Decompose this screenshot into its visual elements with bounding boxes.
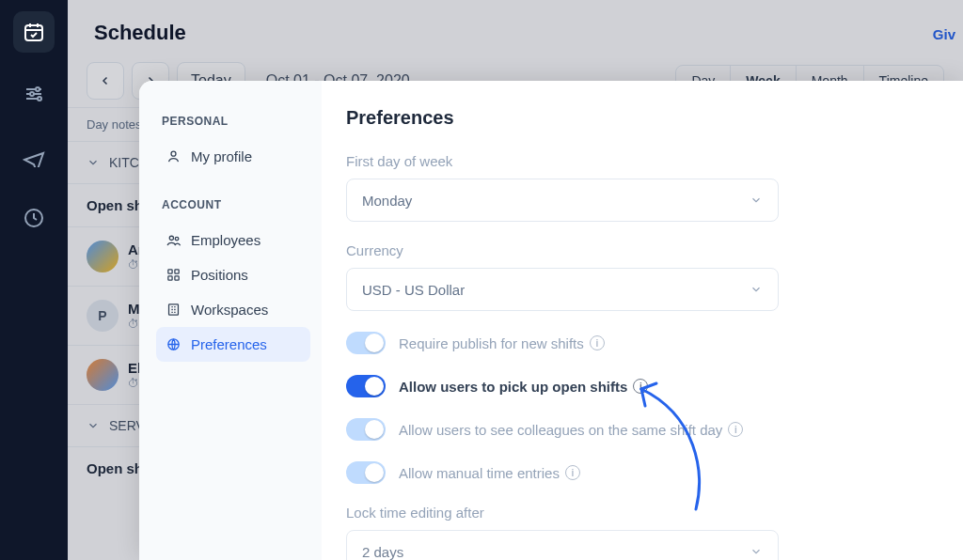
nav-rail	[0, 0, 68, 560]
building-icon	[166, 302, 182, 318]
airplane-icon	[23, 145, 45, 167]
page-title: Schedule	[68, 0, 963, 54]
prev-button[interactable]	[87, 62, 124, 100]
toggle-row-manual-time: Allow manual time entries i	[346, 461, 918, 484]
sidebar-section-personal: PERSONAL	[162, 115, 310, 128]
svg-point-1	[36, 87, 39, 91]
svg-point-5	[171, 151, 176, 156]
toggle-label: Require publish for new shifts i	[399, 335, 605, 351]
svg-rect-11	[175, 276, 179, 280]
sidebar-item-profile[interactable]: My profile	[156, 139, 310, 174]
sidebar-section-account: ACCOUNT	[162, 198, 310, 211]
first-day-select[interactable]: Monday	[346, 179, 779, 222]
settings-sidebar: PERSONAL My profile ACCOUNT Employees Po…	[139, 81, 322, 560]
currency-select[interactable]: USD - US Dollar	[346, 268, 779, 311]
sidebar-item-label: Preferences	[191, 336, 267, 352]
nav-timeoff[interactable]	[13, 135, 55, 177]
svg-point-7	[175, 237, 179, 241]
avatar: P	[87, 300, 118, 332]
sidebar-item-label: Workspaces	[191, 302, 268, 318]
users-icon	[166, 232, 182, 248]
chevron-down-icon	[750, 283, 763, 296]
grid-icon	[166, 267, 182, 283]
svg-rect-8	[168, 270, 172, 273]
give-feedback-link[interactable]: Giv	[933, 26, 963, 42]
globe-icon	[166, 336, 182, 352]
chevron-down-icon	[750, 545, 763, 558]
settings-modal: PERSONAL My profile ACCOUNT Employees Po…	[139, 81, 963, 560]
svg-rect-12	[169, 304, 179, 315]
info-icon[interactable]: i	[590, 335, 605, 350]
nav-time[interactable]	[13, 197, 55, 239]
lock-time-label: Lock time editing after	[346, 505, 918, 521]
chevron-down-icon	[87, 419, 100, 432]
settings-content: Preferences First day of week Monday Cur…	[322, 81, 963, 560]
svg-point-3	[38, 97, 41, 101]
info-icon[interactable]: i	[728, 422, 743, 437]
sidebar-item-label: My profile	[191, 148, 252, 164]
sidebar-item-positions[interactable]: Positions	[156, 257, 310, 292]
first-day-label: First day of week	[346, 153, 918, 169]
toggle-row-require-publish: Require publish for new shifts i	[346, 332, 918, 354]
clock-icon	[23, 207, 45, 229]
avatar	[87, 359, 118, 391]
toggle-see-colleagues[interactable]	[346, 418, 386, 441]
toggle-require-publish[interactable]	[346, 332, 386, 354]
nav-schedule[interactable]	[13, 11, 55, 53]
svg-rect-10	[168, 276, 172, 280]
info-icon[interactable]: i	[633, 379, 648, 394]
toggle-manual-time[interactable]	[346, 461, 386, 484]
svg-rect-0	[25, 25, 42, 40]
sidebar-item-label: Employees	[191, 232, 260, 248]
toggle-pickup-open[interactable]	[346, 375, 386, 397]
sidebar-item-preferences[interactable]: Preferences	[156, 327, 310, 362]
nav-tasks[interactable]	[13, 73, 55, 115]
sliders-icon	[23, 83, 45, 105]
svg-point-2	[30, 92, 34, 96]
info-icon[interactable]: i	[565, 465, 580, 480]
user-icon	[166, 148, 182, 164]
toggle-label: Allow users to pick up open shifts i	[399, 379, 648, 395]
chevron-left-icon	[100, 75, 111, 86]
sidebar-item-employees[interactable]: Employees	[156, 223, 310, 257]
currency-label: Currency	[346, 242, 918, 258]
calendar-check-icon	[23, 21, 45, 43]
select-value: USD - US Dollar	[362, 282, 465, 298]
toggle-row-pickup-open: Allow users to pick up open shifts i	[346, 375, 918, 397]
svg-point-6	[169, 236, 173, 240]
toggle-row-see-colleagues: Allow users to see colleagues on the sam…	[346, 418, 918, 441]
select-value: 2 days	[362, 544, 403, 560]
chevron-down-icon	[750, 194, 763, 207]
preferences-title: Preferences	[346, 107, 918, 129]
lock-time-select[interactable]: 2 days	[346, 530, 779, 560]
sidebar-item-label: Positions	[191, 267, 248, 283]
chevron-down-icon	[87, 156, 100, 169]
toggle-label: Allow users to see colleagues on the sam…	[399, 422, 743, 438]
toggle-label: Allow manual time entries i	[399, 465, 580, 481]
avatar	[87, 241, 118, 272]
sidebar-item-workspaces[interactable]: Workspaces	[156, 292, 310, 327]
svg-rect-9	[175, 270, 179, 273]
select-value: Monday	[362, 193, 412, 209]
